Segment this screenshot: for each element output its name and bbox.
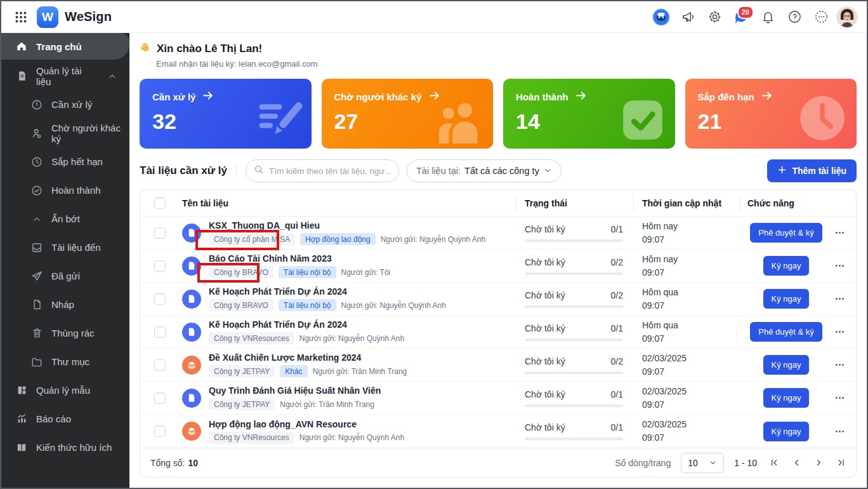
chevron-down-icon bbox=[543, 166, 552, 177]
sign-action-button[interactable]: Phê duyệt & ký bbox=[750, 223, 822, 243]
help-icon[interactable] bbox=[783, 6, 806, 29]
document-title[interactable]: Báo Cáo Tài Chính Năm 2023 bbox=[209, 253, 390, 264]
sidebar-item-manage-templates[interactable]: Quản lý mẫu bbox=[1, 376, 129, 405]
updated-day: Hôm nay bbox=[642, 220, 740, 233]
document-icon bbox=[182, 323, 201, 342]
user-avatar[interactable] bbox=[836, 6, 858, 28]
row-more-button[interactable] bbox=[834, 326, 846, 338]
sign-action-button[interactable]: Ký ngay bbox=[763, 256, 810, 276]
row-more-button[interactable] bbox=[834, 293, 846, 305]
document-title[interactable]: Quy Trình Đánh Giá Hiệu Suất Nhân Viên bbox=[209, 385, 381, 396]
stat-card-waiting-others[interactable]: Chờ người khác ký27 bbox=[322, 79, 494, 149]
row-checkbox[interactable] bbox=[154, 326, 166, 338]
bell-icon[interactable] bbox=[756, 6, 779, 29]
row-more-button[interactable] bbox=[834, 425, 846, 438]
row-more-button[interactable] bbox=[834, 392, 846, 404]
stat-card-completed[interactable]: Hoàn thành14 bbox=[503, 79, 675, 149]
sign-action-button[interactable]: Ký ngay bbox=[763, 355, 810, 375]
row-checkbox[interactable] bbox=[154, 425, 166, 437]
progress-fraction: 0/2 bbox=[611, 290, 623, 300]
updated-hour: 09:07 bbox=[642, 233, 740, 246]
chevron-down-icon bbox=[709, 459, 717, 467]
greeting-block: Xin chào Lê Thị Lan! Email nhận tài liệu… bbox=[129, 33, 867, 69]
doc-pen-icon bbox=[253, 94, 303, 146]
sidebar-item-sent[interactable]: Đã gửi bbox=[1, 262, 129, 290]
sidebar-item-inbox-documents[interactable]: Tài liệu đến bbox=[1, 233, 129, 262]
chevron-up-icon[interactable] bbox=[107, 70, 118, 82]
row-more-button[interactable] bbox=[834, 359, 846, 371]
progress-fraction: 0/2 bbox=[611, 356, 623, 366]
sidebar-item-home[interactable]: Trang chủ bbox=[1, 33, 129, 60]
document-icon bbox=[182, 257, 201, 276]
table-footer: Tổng số: 10 Số dòng/trang 10 1 - 10 bbox=[140, 448, 856, 477]
sidebar-item-collapse[interactable]: Ẩn bớt bbox=[1, 204, 129, 233]
updated-day: 02/03/2025 bbox=[642, 352, 740, 365]
announcements-icon[interactable] bbox=[676, 6, 699, 29]
rows-per-page-select[interactable]: 10 bbox=[681, 453, 724, 473]
sidebar-item-trash[interactable]: Thùng rác bbox=[1, 319, 129, 347]
stat-card-due-soon[interactable]: Sắp đến hạn21 bbox=[685, 79, 857, 149]
progress-fraction: 0/1 bbox=[611, 224, 623, 234]
row-checkbox[interactable] bbox=[154, 392, 166, 404]
sidebar-item-need-action[interactable]: Cần xử lý bbox=[1, 90, 129, 119]
document-meta: Công ty VNResourcesNgười gửi: Nguyễn Quỳ… bbox=[209, 432, 404, 444]
select-all-checkbox[interactable] bbox=[154, 198, 166, 209]
status-cell: Chờ tôi ký0/2 bbox=[516, 356, 633, 374]
row-more-button[interactable] bbox=[834, 260, 846, 272]
sign-action-button[interactable]: Phê duyệt & ký bbox=[750, 322, 822, 342]
header-updated[interactable]: Thời gian cập nhật bbox=[633, 198, 740, 208]
updated-cell: 02/03/202509:07 bbox=[633, 418, 740, 445]
arrow-right-icon bbox=[575, 90, 587, 104]
sidebar-item-folders[interactable]: Thư mục bbox=[1, 347, 129, 376]
prev-page-button[interactable] bbox=[792, 458, 801, 467]
check-square-icon bbox=[619, 97, 666, 146]
sign-action-button[interactable]: Ký ngay bbox=[763, 289, 810, 309]
updated-day: 02/03/2025 bbox=[642, 385, 740, 398]
sidebar-item-draft[interactable]: Nháp bbox=[1, 290, 129, 319]
chart-icon bbox=[15, 413, 28, 425]
more-options-icon[interactable] bbox=[810, 6, 832, 29]
header-name[interactable]: Tên tài liệu bbox=[180, 198, 516, 208]
last-page-button[interactable] bbox=[836, 458, 846, 467]
sidebar-item-waiting-others[interactable]: Chờ người khác ký bbox=[1, 119, 129, 147]
sidebar-item-label: Cần xử lý bbox=[51, 99, 92, 110]
document-title[interactable]: Hợp động lao động_AVN Resource bbox=[209, 419, 404, 429]
stat-card-need-action[interactable]: Cần xử lý32 bbox=[140, 79, 312, 149]
app-grid-icon[interactable] bbox=[10, 6, 32, 28]
row-checkbox[interactable] bbox=[154, 293, 166, 305]
next-page-button[interactable] bbox=[814, 458, 824, 467]
document-title[interactable]: Kế Hoạch Phát Triển Dự Án 2024 bbox=[209, 319, 404, 330]
sidebar-item-expiring-soon[interactable]: Sắp hết hạn bbox=[1, 147, 129, 176]
document-title[interactable]: Kế Hoạch Phát Triển Dự Án 2024 bbox=[209, 286, 446, 297]
settings-gear-icon[interactable] bbox=[703, 6, 726, 29]
row-checkbox[interactable] bbox=[154, 260, 166, 272]
assistant-bot-icon[interactable] bbox=[650, 6, 673, 29]
sign-action-button[interactable]: Ký ngay bbox=[763, 422, 810, 441]
add-document-button[interactable]: Thêm tài liệu bbox=[767, 159, 857, 182]
document-info: Quy Trình Đánh Giá Hiệu Suất Nhân ViênCô… bbox=[209, 385, 381, 410]
greeting-email: Email nhận tài liệu ký: lelan.eco@gmail.… bbox=[156, 59, 857, 69]
search-input[interactable] bbox=[246, 159, 399, 182]
sidebar-item-label: Thùng rác bbox=[51, 328, 95, 338]
company-filter-dropdown[interactable]: Tài liệu tại: Tất cả các công ty bbox=[407, 159, 562, 182]
first-page-button[interactable] bbox=[770, 458, 779, 467]
sidebar-item-knowledge[interactable]: Kiến thức hữu ích bbox=[1, 433, 129, 462]
sidebar-item-completed[interactable]: Hoàn thành bbox=[1, 176, 129, 204]
row-check-cell bbox=[140, 425, 180, 437]
sign-action-button[interactable]: Ký ngay bbox=[763, 388, 810, 408]
search-field[interactable] bbox=[269, 166, 391, 176]
messages-icon[interactable]: 20 bbox=[730, 6, 753, 29]
row-checkbox[interactable] bbox=[154, 227, 166, 239]
sidebar-item-reports[interactable]: Báo cáo bbox=[1, 405, 129, 433]
clock-big-icon bbox=[797, 93, 848, 146]
document-title[interactable]: Đề Xuất Chiến Lược Marketing 2024 bbox=[209, 352, 407, 363]
clock-icon bbox=[30, 156, 43, 168]
stat-card-label: Chờ người khác ký bbox=[334, 91, 422, 102]
document-title[interactable]: KSX_Thuong DA_qui Hieu bbox=[209, 220, 485, 231]
header-status[interactable]: Trạng thái bbox=[516, 198, 633, 208]
wesign-logo-icon[interactable]: W bbox=[37, 6, 58, 28]
sidebar-item-manage-documents[interactable]: Quản lý tài liệu bbox=[1, 62, 129, 90]
section-toolbar: Tài liệu cần xử lý Tài liệu tại: Tất cả … bbox=[140, 159, 857, 183]
row-checkbox[interactable] bbox=[154, 359, 166, 371]
row-more-button[interactable] bbox=[834, 227, 846, 239]
